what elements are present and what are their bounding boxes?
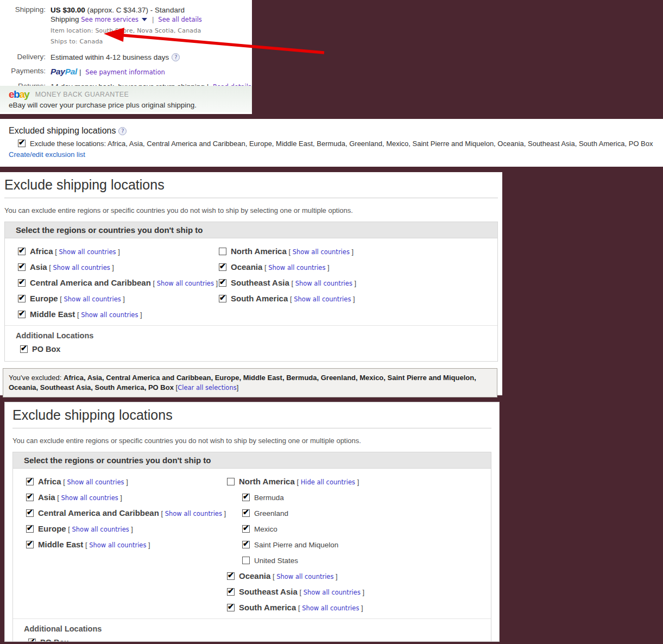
show-all-countries-link-europe[interactable]: Show all countries [72, 526, 129, 533]
region-row-southeast-asia: Southeast Asia [ Show all countries ] [227, 587, 491, 596]
exclude-locations-row: Exclude these locations: Africa, Asia, C… [18, 140, 663, 148]
bracket: ] [118, 494, 122, 502]
checkbox-south-america[interactable] [219, 295, 226, 302]
checkbox-north-america[interactable] [227, 478, 235, 485]
country-row-greenland: Greenland [242, 508, 491, 517]
bracket: [ [287, 248, 293, 256]
summary-locations-line1: Africa, Asia, Central America and Caribb… [64, 374, 476, 382]
checkbox-north-america[interactable] [219, 248, 226, 255]
bracket: [ [298, 588, 304, 596]
show-all-countries-link-asia[interactable]: Show all countries [53, 264, 110, 272]
checkbox-africa[interactable] [18, 248, 26, 255]
checkbox-mexico[interactable] [242, 525, 250, 533]
paypal-logo: PayPal [50, 67, 77, 76]
dialog-description: You can exclude entire regions or specif… [12, 436, 491, 445]
money-back-guarantee-title: MONEY BACK GUARANTEE [35, 91, 129, 98]
show-all-countries-link-oceania[interactable]: Show all countries [268, 264, 325, 272]
checkbox-asia[interactable] [18, 263, 26, 271]
chevron-down-icon[interactable] [142, 18, 147, 21]
show-all-countries-link-southeast-asia[interactable]: Show all countries [295, 280, 352, 287]
region-label-middle-east: Middle East [30, 310, 75, 319]
show-all-countries-link-middle-east[interactable]: Show all countries [81, 311, 138, 319]
region-row-africa: Africa [ Show all countries ] [18, 247, 219, 256]
checkbox-middle-east[interactable] [18, 311, 26, 318]
checkbox-central-america-and-caribbean[interactable] [26, 509, 34, 517]
show-all-countries-link-central-america-and-caribbean[interactable]: Show all countries [157, 280, 214, 287]
region-row-central-america-and-caribbean: Central America and Caribbean [ Show all… [18, 278, 219, 287]
region-row-asia: Asia [ Show all countries ] [18, 262, 219, 272]
regions-column-right: North America [ Show all countries ]Ocea… [219, 247, 497, 325]
additional-locations-heading: Additional Locations [16, 331, 497, 340]
see-more-services-link[interactable]: See more services [81, 16, 138, 23]
region-label-asia: Asia [38, 493, 55, 502]
region-selection-box: Select the regions or countries you don'… [4, 222, 498, 362]
checkbox-united-states[interactable] [242, 557, 250, 564]
checkbox-central-america-and-caribbean[interactable] [18, 279, 26, 287]
country-label-greenland: Greenland [254, 509, 288, 517]
bracket: ] [214, 279, 218, 287]
ebay-logo: ebay [9, 89, 29, 100]
money-back-guarantee-banner: ebay MONEY BACK GUARANTEE eBay will cove… [0, 86, 252, 112]
show-all-countries-link-southeast-asia[interactable]: Show all countries [304, 589, 361, 596]
create-edit-exclusion-list-link[interactable]: Create/edit exclusion list [9, 150, 85, 159]
bracket: [ [270, 572, 276, 580]
clear-all-selections-link[interactable]: Clear all selections [178, 384, 237, 392]
region-label-europe: Europe [38, 524, 66, 533]
see-all-details-link[interactable]: See all details [158, 16, 202, 23]
checkbox-southeast-asia[interactable] [219, 279, 226, 287]
checkbox-oceania[interactable] [219, 263, 226, 271]
hide-all-countries-link-north-america[interactable]: Hide all countries [301, 478, 355, 486]
region-row-asia: Asia [ Show all countries ] [26, 493, 227, 502]
region-label-southeast-asia: Southeast Asia [231, 278, 289, 287]
exclude-shipping-locations-dialog-2: Exclude shipping locations You can exclu… [4, 402, 500, 642]
region-label-north-america: North America [239, 477, 295, 486]
country-row-bermuda: Bermuda [242, 493, 491, 502]
checkbox-southeast-asia[interactable] [227, 588, 235, 596]
checkbox-saint-pierre-and-miquelon[interactable] [242, 541, 250, 548]
checkbox-south-america[interactable] [227, 604, 235, 611]
checkbox-bermuda[interactable] [242, 494, 250, 501]
checkbox-asia[interactable] [26, 494, 34, 501]
bracket: [ [58, 295, 64, 303]
bracket: [ [75, 311, 81, 319]
exclude-locations-checkbox[interactable] [18, 140, 26, 147]
checkbox-europe[interactable] [18, 295, 26, 302]
checkbox-middle-east[interactable] [26, 541, 34, 548]
show-all-countries-link-north-america[interactable]: Show all countries [293, 248, 350, 256]
bracket: ] [146, 541, 150, 549]
region-row-southeast-asia: Southeast Asia [ Show all countries ] [219, 278, 497, 287]
checkbox-oceania[interactable] [227, 572, 235, 580]
show-all-countries-link-africa[interactable]: Show all countries [67, 478, 124, 486]
show-all-countries-link-africa[interactable]: Show all countries [59, 248, 116, 256]
shipping-word: Shipping [50, 15, 79, 23]
excluded-summary-box: You've excluded: Africa, Asia, Central A… [3, 368, 497, 397]
show-all-countries-link-asia[interactable]: Show all countries [61, 494, 118, 502]
checkbox-greenland[interactable] [242, 509, 250, 517]
show-all-countries-link-europe[interactable]: Show all countries [64, 295, 121, 303]
delivery-estimate: Estimated within 4-12 business days [50, 53, 169, 61]
checkbox-africa[interactable] [26, 478, 34, 485]
payments-row: Payments: PayPal| See payment informatio… [0, 67, 252, 77]
regions-column-right: North America [ Hide all countries ]Berm… [227, 477, 491, 618]
show-all-countries-link-south-america[interactable]: Show all countries [302, 604, 359, 612]
po-box-checkbox[interactable] [20, 345, 28, 353]
show-all-countries-link-oceania[interactable]: Show all countries [276, 573, 333, 580]
region-row-south-america: South America [ Show all countries ] [219, 294, 497, 303]
show-all-countries-link-middle-east[interactable]: Show all countries [89, 541, 146, 549]
region-label-asia: Asia [30, 262, 47, 272]
section-header: Select the regions or countries you don'… [13, 452, 491, 469]
show-all-countries-link-central-america-and-caribbean[interactable]: Show all countries [165, 510, 222, 517]
po-box-checkbox[interactable] [28, 639, 36, 642]
bracket: [ [262, 263, 268, 272]
see-payment-information-link[interactable]: See payment information [85, 68, 165, 76]
checkbox-europe[interactable] [26, 525, 34, 533]
region-row-africa: Africa [ Show all countries ] [26, 477, 227, 486]
region-row-north-america: North America [ Hide all countries ] [227, 477, 491, 486]
shipping-label: Shipping: [0, 5, 50, 46]
show-all-countries-link-south-america[interactable]: Show all countries [294, 295, 351, 303]
country-label-united-states: United States [254, 557, 298, 565]
additional-locations-heading: Additional Locations [24, 624, 491, 633]
help-icon[interactable] [118, 127, 127, 135]
help-icon[interactable] [172, 53, 180, 61]
bracket: ] [116, 248, 120, 256]
